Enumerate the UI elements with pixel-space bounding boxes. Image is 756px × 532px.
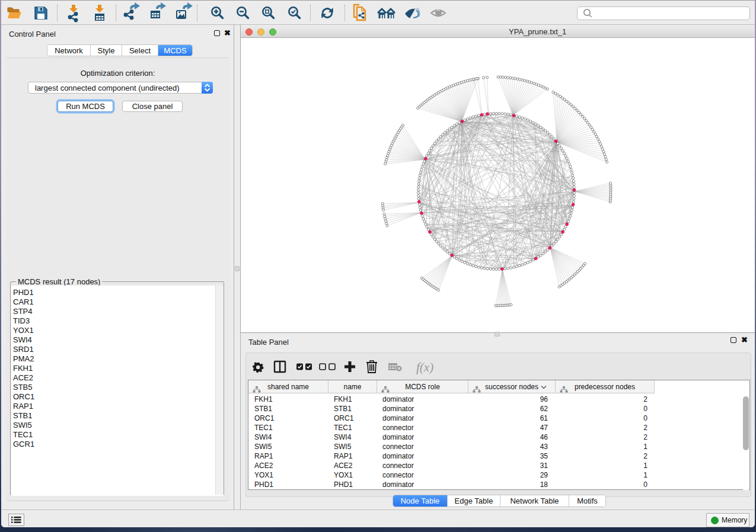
svg-text:f(x): f(x) (416, 360, 433, 374)
